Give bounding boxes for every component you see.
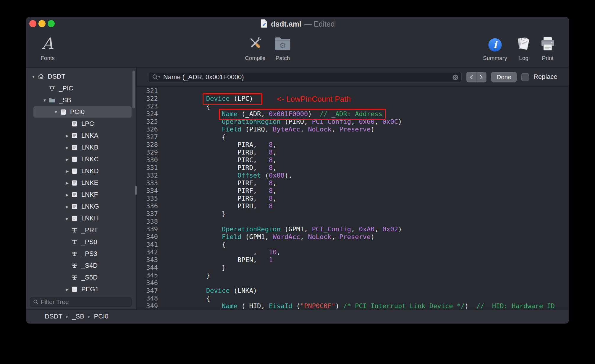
tree-item-_s5d[interactable]: _S5D — [26, 272, 136, 283]
replace-checkbox[interactable] — [521, 73, 529, 81]
disclosure-closed-icon[interactable]: ▶ — [64, 145, 71, 150]
tree-item-lnkh[interactable]: ▶LNKH — [26, 212, 136, 224]
tree-item-label: _PIC — [59, 84, 73, 92]
device-icon — [71, 155, 78, 163]
find-bar: Done Replace — [137, 68, 569, 87]
zoom-button[interactable] — [48, 20, 55, 27]
breadcrumb-item[interactable]: DSDT — [45, 313, 62, 320]
filter-input[interactable] — [41, 298, 128, 306]
find-previous-button[interactable] — [466, 72, 477, 82]
toolbar-label: Print — [542, 55, 553, 61]
tree-item-lpc[interactable]: LPC — [26, 118, 136, 130]
tree-item-_ps0[interactable]: _PS0 — [26, 236, 136, 248]
line-number: 348 — [137, 295, 158, 302]
tree-item-label: LNKC — [81, 155, 99, 163]
line-number: 339 — [137, 225, 158, 233]
disclosure-closed-icon[interactable]: ▶ — [64, 216, 71, 221]
print-button[interactable]: Print — [530, 31, 565, 61]
disclosure-closed-icon[interactable]: ▶ — [64, 193, 71, 197]
tree-item-_s4d[interactable]: _S4D — [26, 260, 136, 272]
code-text: , 10, — [175, 248, 281, 256]
method-icon — [71, 226, 78, 234]
breadcrumb: DSDT▸_SB▸PCI0 — [45, 313, 109, 320]
close-button[interactable] — [29, 20, 36, 27]
code-line: 346 — [137, 279, 569, 287]
code-text: Name (_HID, EisaId ("PNP0C0F") /* PCI In… — [175, 302, 555, 309]
compile-icon — [247, 31, 264, 52]
tree-item-_prt[interactable]: _PRT — [26, 224, 136, 236]
tree-item-lnka[interactable]: ▶LNKA — [26, 130, 136, 142]
tree-item-label: _PRT — [81, 226, 98, 234]
tree-item-pci0[interactable]: ▼PCI0 — [26, 106, 136, 118]
code-text: PIRG, 8, — [175, 195, 277, 202]
search-input[interactable] — [163, 73, 450, 81]
code-text: } — [175, 264, 226, 272]
search-field[interactable] — [148, 72, 462, 82]
tree-item-lnkf[interactable]: ▶LNKF — [26, 189, 136, 201]
code-editor[interactable]: 321322 Device (LPC)323 {324 Name (_ADR, … — [137, 87, 569, 309]
line-number: 327 — [137, 133, 158, 141]
toolbar-label: Log — [519, 55, 528, 61]
minimize-button[interactable] — [38, 20, 46, 27]
breadcrumb-item[interactable]: _SB — [72, 313, 84, 320]
tree-item-_pic[interactable]: _PIC — [26, 82, 136, 94]
line-number: 332 — [137, 172, 158, 179]
line-number: 331 — [137, 164, 158, 172]
method-icon — [48, 84, 56, 92]
code-line: 349 Name (_HID, EisaId ("PNP0C0F") /* PC… — [137, 302, 569, 309]
tree-item-lnkd[interactable]: ▶LNKD — [26, 165, 136, 177]
line-number: 347 — [137, 287, 158, 295]
breadcrumb-separator-icon: ▸ — [66, 313, 69, 320]
code-text: PIRE, 8, — [175, 179, 277, 187]
tree-item-label: _PS0 — [81, 238, 97, 246]
line-number: 322 — [137, 95, 158, 103]
done-button[interactable]: Done — [491, 72, 517, 82]
code-text: PIRA, 8, — [175, 141, 277, 149]
tree-item-_sb[interactable]: ▼_SB — [26, 94, 136, 106]
fonts-button[interactable]: A Fonts — [30, 31, 65, 61]
code-text: PIRF, 8, — [175, 187, 277, 195]
tree-item-dsdt[interactable]: ▼DSDT — [26, 71, 136, 82]
disclosure-closed-icon[interactable]: ▶ — [64, 157, 71, 162]
disclosure-open-icon[interactable]: ▼ — [52, 110, 59, 114]
device-icon — [71, 167, 78, 175]
line-number: 342 — [137, 248, 158, 256]
tree-item-lnkg[interactable]: ▶LNKG — [26, 201, 136, 212]
disclosure-closed-icon[interactable]: ▶ — [64, 287, 71, 292]
code-line: 338 — [137, 218, 569, 225]
disclosure-closed-icon[interactable]: ▶ — [64, 134, 71, 138]
line-number: 323 — [137, 103, 158, 110]
code-line: 348 { — [137, 295, 569, 302]
tree-item-_ps3[interactable]: _PS3 — [26, 248, 136, 260]
device-icon — [59, 108, 67, 116]
disclosure-closed-icon[interactable]: ▶ — [64, 181, 71, 185]
code-line: 339 OperationRegion (GPM1, PCI_Config, 0… — [137, 225, 569, 233]
search-menu-icon[interactable] — [152, 74, 161, 80]
print-icon — [539, 31, 556, 52]
code-line: 343 BPEN, 1 — [137, 256, 569, 264]
breadcrumb-separator-icon: ▸ — [88, 313, 90, 320]
disclosure-closed-icon[interactable]: ▶ — [64, 169, 71, 173]
device-icon — [71, 191, 78, 199]
toolbar-label: Patch — [276, 55, 290, 61]
chevron-right-icon — [479, 74, 484, 80]
disclosure-open-icon[interactable]: ▼ — [41, 98, 48, 103]
tree-item-lnkc[interactable]: ▶LNKC — [26, 153, 136, 165]
tree-item-lnke[interactable]: ▶LNKE — [26, 177, 136, 189]
code-lines: 321322 Device (LPC)323 {324 Name (_ADR, … — [137, 87, 569, 309]
edited-badge: — Edited — [304, 20, 335, 28]
sidebar-scrollbar-thumb[interactable] — [132, 71, 135, 108]
filter-field[interactable] — [30, 297, 132, 307]
tree-item-label: LNKA — [81, 132, 98, 139]
patch-button[interactable]: ⚙ Patch — [265, 31, 300, 61]
find-next-button[interactable] — [477, 72, 487, 82]
disclosure-closed-icon[interactable]: ▶ — [64, 204, 71, 209]
tree-item-lnkb[interactable]: ▶LNKB — [26, 142, 136, 153]
disclosure-open-icon[interactable]: ▼ — [30, 74, 37, 79]
line-number: 336 — [137, 202, 158, 210]
tree-item-label: LNKE — [81, 179, 98, 187]
code-line: 341 { — [137, 241, 569, 248]
clear-search-button[interactable] — [452, 74, 459, 81]
breadcrumb-item[interactable]: PCI0 — [94, 313, 109, 320]
tree-item-peg1[interactable]: ▶PEG1 — [26, 283, 136, 295]
